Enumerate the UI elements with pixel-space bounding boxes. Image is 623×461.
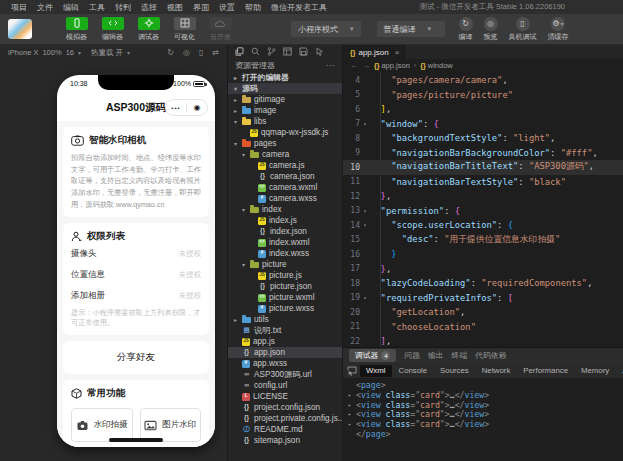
tree-item[interactable]: ▸utils xyxy=(228,314,342,325)
explorer-section[interactable]: ▾源码 xyxy=(228,83,342,94)
tree-item[interactable]: #picture.wxss xyxy=(228,303,342,314)
zoom-selector[interactable]: 100% xyxy=(42,48,61,57)
menu-item[interactable]: 微信开发者工具 xyxy=(266,2,332,13)
explorer-section[interactable]: ▸打开的编辑器 xyxy=(228,72,342,83)
font-size-selector[interactable]: 16 xyxy=(66,48,74,57)
clear-cache-button[interactable]: ⚙▾清缓存 xyxy=(548,17,569,42)
tree-item[interactable]: {}picture.json xyxy=(228,281,342,292)
preview-button[interactable]: ◎预览 xyxy=(484,17,498,42)
menu-item[interactable]: 编辑 xyxy=(58,2,84,13)
more-actions-icon[interactable]: ⋯ xyxy=(326,61,335,70)
compile-button[interactable]: ↻编译 xyxy=(459,17,473,42)
compile-mode-dropdown[interactable]: 普通编译 ▾ xyxy=(377,21,445,37)
tree-item[interactable]: {}camera.json xyxy=(228,171,342,182)
tree-item[interactable]: JSpicture.js xyxy=(228,270,342,281)
tree-item[interactable]: ▾libs xyxy=(228,116,342,127)
search-icon[interactable] xyxy=(251,47,260,56)
tree-item[interactable]: JSapp.js xyxy=(228,336,342,347)
tree-item[interactable]: #camera.wxss xyxy=(228,193,342,204)
rotate-icon[interactable]: ↻ xyxy=(167,48,174,57)
share-button[interactable]: 分享好友 xyxy=(63,341,209,374)
device-frame-icon[interactable]: ▯ xyxy=(199,48,203,57)
toggle-phone[interactable]: 模拟器 xyxy=(62,17,91,42)
fold-icon[interactable]: ▾ xyxy=(360,208,370,214)
inspect-element-icon[interactable] xyxy=(347,365,357,377)
tree-item[interactable]: ▤说明.txt xyxy=(228,325,342,336)
tree-item[interactable]: ▾camera xyxy=(228,149,342,160)
tree-item[interactable]: ∞config.url xyxy=(228,380,342,391)
expand-arrow-icon[interactable]: ▸ xyxy=(348,420,356,430)
menu-item[interactable]: 视图 xyxy=(162,2,188,13)
tree-item[interactable]: #index.wxss xyxy=(228,248,342,259)
tree-item[interactable]: JSqqmap-wx-jssdk.js xyxy=(228,127,342,138)
menu-item[interactable]: 设置 xyxy=(214,2,240,13)
tree-item[interactable]: {}app.json xyxy=(228,347,342,358)
mode-dropdown[interactable]: 小程序模式 ▾ xyxy=(291,21,361,37)
panel-tab-终端[interactable]: 终端 xyxy=(452,350,468,361)
fold-icon[interactable]: ▾ xyxy=(360,222,370,228)
tree-item[interactable]: <>picture.wxml xyxy=(228,292,342,303)
expand-arrow-icon[interactable]: ▸ xyxy=(348,391,356,401)
tree-item[interactable]: #app.wxss xyxy=(228,358,342,369)
remote-debug-button[interactable]: ▯真机调试 xyxy=(509,17,537,42)
hot-reload-toggle[interactable]: 热重载 开 xyxy=(91,48,123,58)
tree-item[interactable]: ∞ASP300源码.url xyxy=(228,369,342,380)
tree-item[interactable]: LLICENSE xyxy=(228,391,342,402)
breadcrumb-item[interactable]: {}app.json xyxy=(374,61,410,70)
tree-item[interactable]: ▾index xyxy=(228,204,342,215)
menu-item[interactable]: 项目 xyxy=(6,2,32,13)
toggle-code[interactable]: 编辑器 xyxy=(98,17,127,42)
breadcrumb-item[interactable]: {}window xyxy=(420,61,452,70)
code-editor[interactable]: 4 "pages/camera/camera",5 "pages/picture… xyxy=(343,72,623,347)
tree-item[interactable]: JScamera.js xyxy=(228,160,342,171)
back-icon[interactable]: ← xyxy=(350,61,358,70)
debug-tab-network[interactable]: Network xyxy=(476,365,517,377)
expand-arrow-icon[interactable]: ▸ xyxy=(348,410,356,420)
fold-icon[interactable]: ▾ xyxy=(360,295,370,301)
tab-app-json[interactable]: {} app.json × xyxy=(343,45,406,59)
menu-item[interactable]: 界面 xyxy=(188,2,214,13)
menu-item[interactable]: 转到 xyxy=(110,2,136,13)
tree-item[interactable]: {}sitemap.json xyxy=(228,435,342,446)
user-avatar[interactable] xyxy=(8,19,32,39)
locate-icon[interactable]: ◎ xyxy=(183,48,190,57)
menu-item[interactable]: 工具 xyxy=(84,2,110,13)
git-branch-icon[interactable] xyxy=(267,47,276,56)
debug-tab-appdata[interactable]: AppData xyxy=(616,365,623,377)
tree-item[interactable]: <>camera.wxml xyxy=(228,182,342,193)
panel-tab-代码依赖[interactable]: 代码依赖 xyxy=(475,350,506,361)
fold-icon[interactable]: ▾ xyxy=(360,121,370,127)
tree-item[interactable]: <>index.wxml xyxy=(228,237,342,248)
exit-button[interactable]: ◉ xyxy=(187,104,207,112)
save-icon[interactable] xyxy=(299,47,308,56)
tree-item[interactable]: ⓘREADME.md xyxy=(228,424,342,435)
home-indicator[interactable] xyxy=(109,438,163,442)
forward-icon[interactable]: → xyxy=(362,61,370,70)
files-icon[interactable] xyxy=(235,47,244,56)
menu-item[interactable]: 选择 xyxy=(136,2,162,13)
tree-item[interactable]: JSindex.js xyxy=(228,215,342,226)
debug-tab-sources[interactable]: Sources xyxy=(434,365,475,377)
wxml-node[interactable]: </page> xyxy=(348,430,618,440)
tree-item[interactable]: ▸gitimage xyxy=(228,94,342,105)
menu-item[interactable]: 文件 xyxy=(32,2,58,13)
menu-item[interactable]: 帮助 xyxy=(240,2,266,13)
more-button[interactable]: ••• xyxy=(166,105,186,111)
tree-item[interactable]: {}project.private.config.js... xyxy=(228,413,342,424)
window-icon[interactable] xyxy=(283,47,292,56)
device-selector[interactable]: iPhone X xyxy=(8,48,38,57)
toggle-bug[interactable]: 调试器 xyxy=(134,17,163,42)
tree-item[interactable]: ▾pages xyxy=(228,138,342,149)
debug-tab-performance[interactable]: Performance xyxy=(517,365,574,377)
debug-tab-console[interactable]: Console xyxy=(393,365,434,377)
tree-item[interactable]: {}index.json xyxy=(228,226,342,237)
tree-item[interactable]: ▾picture xyxy=(228,259,342,270)
network-icon[interactable]: ⇄ xyxy=(212,48,219,57)
tree-item[interactable]: {}project.config.json xyxy=(228,402,342,413)
tree-item[interactable]: ▸image xyxy=(228,105,342,116)
toggle-grid[interactable]: 可视化 xyxy=(170,17,199,42)
panel-tab-输出[interactable]: 输出 xyxy=(428,350,444,361)
debug-tab-memory[interactable]: Memory xyxy=(575,365,615,377)
panel-tab-问题[interactable]: 问题 xyxy=(404,350,420,361)
hand-icon[interactable] xyxy=(315,47,324,56)
